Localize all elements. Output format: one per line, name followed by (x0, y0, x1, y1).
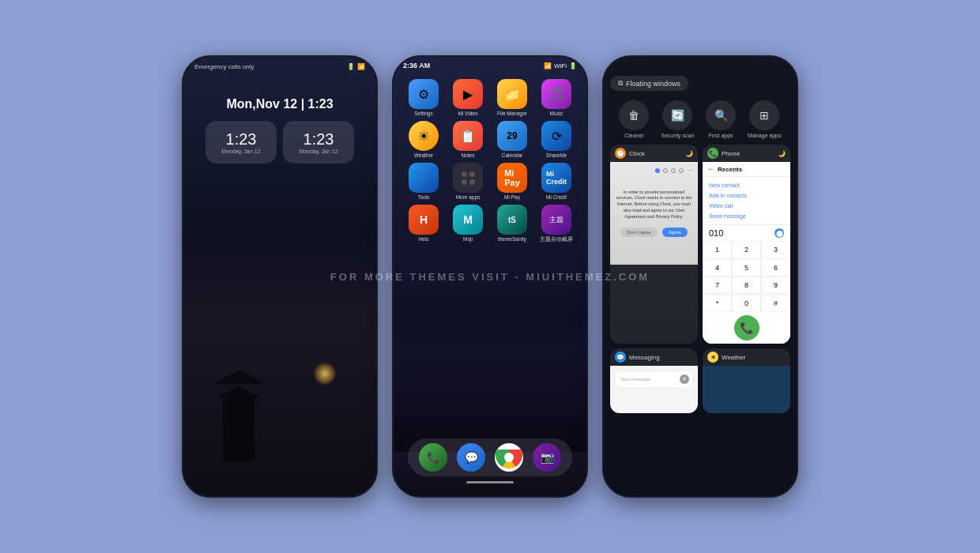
dock-messages[interactable]: 💬 (457, 443, 485, 472)
float-windows-grid: 🕐 Clock 🌙 (604, 141, 797, 496)
action-findapps[interactable]: 🔍 Find apps (706, 100, 736, 138)
phone-homescreen: 2:36 AM 📶 WiFi 🔋 ⚙ Settings (392, 55, 588, 498)
app-calendar[interactable]: 29 Calendar (493, 121, 531, 158)
app-tools[interactable]: Tools (405, 163, 443, 200)
app-moreapps[interactable]: More apps (449, 163, 487, 200)
dont-agree-btn[interactable]: Don't agree (620, 228, 658, 237)
dialer-key-7[interactable]: 7 (703, 276, 732, 294)
moji-label: Moji (463, 236, 473, 242)
app-shareme[interactable]: ⟳ ShareMe (537, 121, 575, 158)
phone-window-title: Phone (722, 150, 740, 157)
mivideo-label: Mi Video (458, 111, 477, 116)
dock-chrome[interactable] (495, 443, 523, 472)
themesanity-icon: tS (497, 205, 527, 235)
menu-video-call[interactable]: Video call (709, 201, 784, 211)
music-icon: 🎵 (541, 79, 571, 109)
zhuticapture-label: 主题自动截屏 (540, 236, 573, 243)
svg-point-2 (504, 453, 514, 462)
phone-floatingwindow: ⧉ Floating windows 🗑 Cleaner 🔄 Security … (602, 55, 798, 498)
settings-label: Settings (414, 111, 433, 116)
homescreen-screen: 2:36 AM 📶 WiFi 🔋 ⚙ Settings (394, 57, 586, 496)
dock-phone[interactable]: 📞 (419, 443, 447, 472)
battery-icon-home: 🔋 (569, 62, 577, 70)
dialer-key-5[interactable]: 5 (732, 259, 761, 276)
action-security[interactable]: 🔄 Security scan (661, 100, 694, 138)
dock-camera[interactable]: 📷 (533, 443, 561, 472)
dialer-key-6[interactable]: 6 (761, 259, 790, 276)
clock-window-title: Clock (629, 150, 645, 157)
cleaner-icon: 🗑 (619, 100, 649, 130)
signal-icon: 📶 (544, 62, 552, 70)
msg-close-btn[interactable]: ✕ (680, 374, 689, 384)
helo-label: Helo (418, 236, 428, 242)
clock-options-icon: ⋯ (687, 167, 693, 174)
app-settings[interactable]: ⚙ Settings (405, 79, 443, 116)
micredit-label: Mi Credit (546, 194, 567, 200)
lock-date-separator: | (301, 97, 308, 111)
float-messaging-window[interactable]: 💬 Messaging New message ✕ (610, 348, 698, 413)
phone-lockscreen: Emergency calls only 🔋 📶 Mon,Nov 12 | 1:… (182, 55, 378, 498)
dialer-key-9[interactable]: 9 (761, 276, 790, 294)
app-themesanity[interactable]: tS themeSanity (493, 205, 531, 243)
phone-dialer-content: ← Recents New contact Add to contacts Vi… (703, 162, 790, 344)
dialer-number: 010 (709, 228, 775, 238)
app-weather[interactable]: ☀ Weather (405, 121, 443, 158)
messaging-window-title: Messaging (629, 354, 660, 361)
lock-date: Mon,Nov 12 | 1:23 (226, 97, 333, 111)
dialer-key-2[interactable]: 2 (732, 241, 761, 258)
moon-icon-2: 🌙 (778, 150, 786, 157)
cdot-blue (655, 168, 660, 173)
weather-window-icon: ☀ (707, 352, 718, 363)
wifi-icon: 📶 (357, 63, 365, 70)
menu-new-contact[interactable]: New contact (709, 180, 784, 190)
back-arrow-icon[interactable]: ← (707, 165, 714, 173)
app-mivideo[interactable]: ▶ Mi Video (449, 79, 487, 116)
float-phone-window[interactable]: 📞 Phone 🌙 ← Recents (703, 145, 790, 344)
weather-window-title: Weather (722, 354, 745, 361)
app-mipay[interactable]: MiPay Mi Pay (493, 163, 531, 200)
settings-icon: ⚙ (409, 79, 439, 109)
messaging-content: New message ✕ (610, 366, 698, 413)
dialer-key-4[interactable]: 4 (703, 259, 732, 276)
dialer-key-star[interactable]: * (703, 295, 732, 312)
dialer-key-0[interactable]: 0 (732, 295, 761, 312)
lockscreen-bg: Emergency calls only 🔋 📶 Mon,Nov 12 | 1:… (183, 57, 376, 496)
mipay-icon: MiPay (497, 163, 527, 193)
lock-widget-1: 1:23 Monday, Jan 12 (205, 121, 277, 164)
shareme-label: ShareMe (546, 152, 567, 158)
app-filemanager[interactable]: 📁 File Manager (493, 79, 531, 116)
app-micredit[interactable]: MiCredit Mi Credit (537, 163, 575, 200)
dialer-call-button[interactable]: 📞 (734, 315, 760, 340)
menu-add-contact[interactable]: Add to contacts (709, 190, 784, 201)
weather-content (703, 366, 790, 413)
dialer-key-8[interactable]: 8 (732, 276, 761, 294)
dialer-key-3[interactable]: 3 (761, 241, 790, 258)
app-helo[interactable]: H Helo (405, 205, 443, 243)
msg-input-bar[interactable]: New message ✕ (615, 371, 693, 388)
app-zhuticapture[interactable]: 主题 主题自动截屏 (537, 205, 575, 243)
dialer-grid: 1 2 3 4 5 6 7 8 9 * (703, 241, 790, 312)
action-manageapps[interactable]: ⊞ Manage apps (748, 100, 781, 138)
action-cleaner[interactable]: 🗑 Cleaner (619, 100, 649, 138)
phone-dialer-header: ← Recents (703, 162, 790, 177)
app-music[interactable]: 🎵 Music (537, 79, 575, 116)
lock-widget-1-date: Monday, Jan 12 (221, 149, 260, 154)
float-weather-window[interactable]: ☀ Weather (703, 348, 790, 413)
pagoda-roof-top (207, 370, 270, 384)
moreapps-icon (453, 163, 483, 193)
clock-window-icon: 🕐 (615, 148, 626, 159)
dialer-key-hash[interactable]: # (761, 295, 790, 312)
float-clock-window[interactable]: 🕐 Clock 🌙 (610, 145, 698, 344)
agree-btn[interactable]: Agree (662, 228, 688, 237)
pagoda-body (223, 398, 254, 461)
notes-icon: 📋 (453, 121, 483, 151)
app-moji[interactable]: M Moji (449, 205, 487, 243)
manageapps-label: Manage apps (748, 133, 781, 138)
pagoda (207, 370, 270, 465)
home-time: 2:36 AM (403, 62, 430, 70)
cdot-empty-2 (671, 168, 676, 173)
dialer-key-1[interactable]: 1 (703, 241, 732, 258)
menu-send-message[interactable]: Send message (709, 211, 784, 221)
lockscreen-silhouette (183, 322, 376, 496)
app-notes[interactable]: 📋 Notes (449, 121, 487, 158)
